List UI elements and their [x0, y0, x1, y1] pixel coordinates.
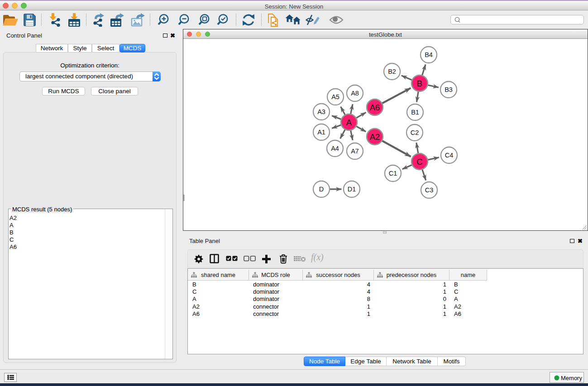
svg-text:A4: A4 [331, 145, 339, 152]
svg-text:D1: D1 [348, 186, 356, 193]
svg-text:B4: B4 [425, 51, 433, 58]
svg-text:A3: A3 [317, 108, 325, 115]
svg-text:B1: B1 [411, 109, 419, 116]
svg-text:A6: A6 [370, 103, 380, 112]
svg-text:C1: C1 [389, 170, 397, 177]
svg-text:A2: A2 [370, 132, 380, 142]
svg-text:C4: C4 [445, 152, 454, 159]
svg-text:A8: A8 [351, 90, 359, 97]
svg-text:A1: A1 [317, 129, 325, 136]
svg-text:D: D [319, 186, 324, 193]
svg-text:B2: B2 [388, 68, 396, 75]
svg-text:C2: C2 [411, 129, 419, 136]
svg-text:C3: C3 [425, 186, 434, 194]
svg-text:A: A [346, 118, 352, 127]
svg-text:B3: B3 [445, 86, 453, 93]
svg-text:A5: A5 [331, 93, 339, 100]
svg-text:B: B [417, 79, 422, 88]
svg-text:A7: A7 [351, 148, 359, 155]
svg-text:C: C [416, 157, 422, 167]
